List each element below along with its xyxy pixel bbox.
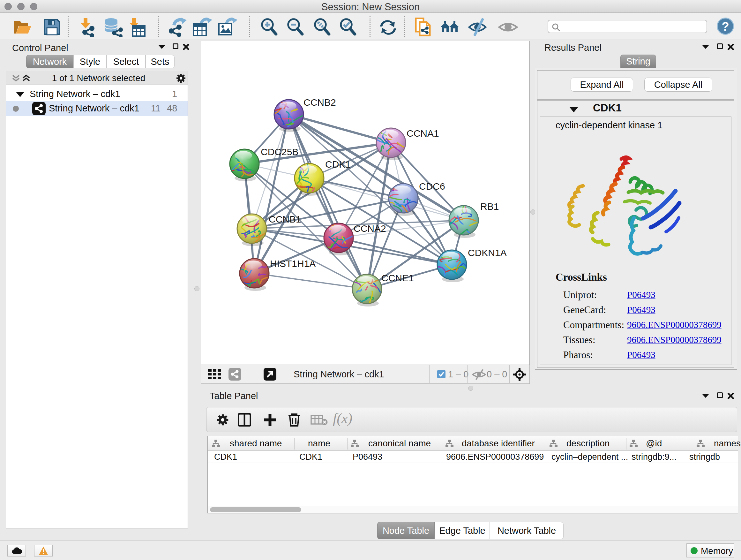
svg-text:CCNE1: CCNE1 bbox=[381, 273, 414, 283]
svg-text:HIST1H1A: HIST1H1A bbox=[270, 258, 316, 269]
svg-text:CDK1: CDK1 bbox=[325, 159, 351, 170]
svg-text:RB1: RB1 bbox=[480, 201, 499, 212]
svg-text:CCNA1: CCNA1 bbox=[407, 128, 439, 138]
svg-text:CCNA2: CCNA2 bbox=[354, 223, 386, 234]
svg-text:CDKN1A: CDKN1A bbox=[468, 247, 507, 258]
svg-text:CCNB1: CCNB1 bbox=[269, 214, 301, 225]
svg-text:CCNB2: CCNB2 bbox=[304, 97, 336, 108]
svg-text:CDC6: CDC6 bbox=[419, 181, 445, 192]
svg-text:CDC25B: CDC25B bbox=[261, 146, 298, 157]
